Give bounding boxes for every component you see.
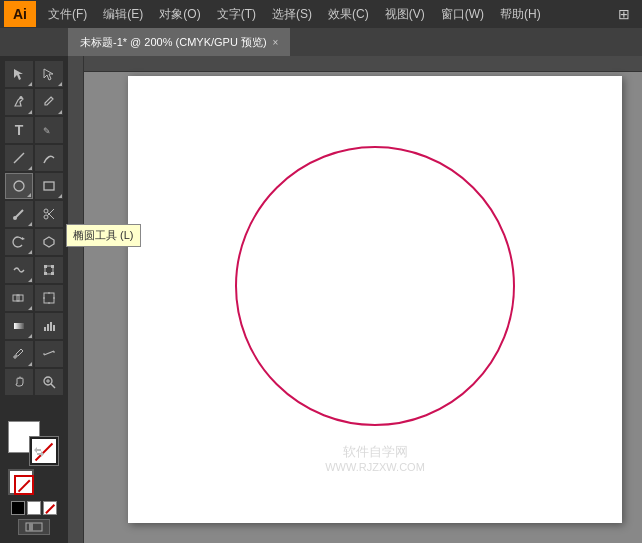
tool-row-line <box>0 145 68 171</box>
svg-rect-12 <box>44 265 47 268</box>
pen-tool[interactable] <box>5 89 33 115</box>
svg-rect-25 <box>47 324 49 331</box>
color-section <box>0 421 68 539</box>
svg-text:✎: ✎ <box>43 126 51 136</box>
svg-rect-35 <box>26 523 42 531</box>
svg-line-32 <box>51 384 55 388</box>
svg-rect-15 <box>51 272 54 275</box>
eyedropper-tool[interactable] <box>5 341 33 367</box>
main-layout: T ✎ <box>0 56 642 543</box>
left-toolbar: T ✎ <box>0 56 68 543</box>
polygon-tool[interactable] <box>35 229 63 255</box>
svg-point-0 <box>20 96 23 99</box>
tool-row-eyedropper <box>0 341 68 367</box>
hand-tool[interactable] <box>5 369 33 395</box>
menu-type[interactable]: 文字(T) <box>209 2 264 27</box>
menu-help[interactable]: 帮助(H) <box>492 2 549 27</box>
menu-edit[interactable]: 编辑(E) <box>95 2 151 27</box>
swap-colors-icon[interactable] <box>32 445 46 459</box>
svg-rect-24 <box>44 327 46 331</box>
menu-view[interactable]: 视图(V) <box>377 2 433 27</box>
artboard-tool[interactable] <box>35 285 63 311</box>
zoom-tool[interactable] <box>35 369 63 395</box>
svg-line-8 <box>48 209 55 216</box>
rectangle-tool[interactable] <box>35 173 63 199</box>
pencil-tool[interactable] <box>35 89 63 115</box>
tool-row-rotate <box>0 229 68 255</box>
artboard[interactable]: 软件自学网 WWW.RJZXW.COM <box>128 76 622 523</box>
active-tab[interactable]: 未标题-1* @ 200% (CMYK/GPU 预览) × <box>68 28 290 56</box>
ai-logo: Ai <box>4 1 36 27</box>
svg-point-5 <box>13 216 17 220</box>
svg-rect-27 <box>53 325 55 331</box>
menu-bar: 文件(F) 编辑(E) 对象(O) 文字(T) 选择(S) 效果(C) 视图(V… <box>40 2 610 27</box>
tool-row-warp <box>0 257 68 283</box>
screen-mode-button[interactable] <box>18 519 50 535</box>
svg-line-9 <box>48 213 55 220</box>
svg-rect-4 <box>44 182 54 190</box>
tab-label: 未标题-1* @ 200% (CMYK/GPU 预览) <box>80 35 267 50</box>
svg-rect-14 <box>44 272 47 275</box>
rotate-tool[interactable] <box>5 229 33 255</box>
tool-row-hand <box>0 369 68 395</box>
svg-line-28 <box>44 351 54 355</box>
svg-rect-13 <box>51 265 54 268</box>
ellipse-tool[interactable] <box>5 173 33 199</box>
watermark: 软件自学网 WWW.RJZXW.COM <box>325 443 425 473</box>
select-tool[interactable] <box>5 61 33 87</box>
type-on-path-tool[interactable]: ✎ <box>35 117 63 143</box>
menu-effects[interactable]: 效果(C) <box>320 2 377 27</box>
grid-icon[interactable]: ⊞ <box>610 2 638 26</box>
measure-tool[interactable] <box>35 341 63 367</box>
small-swatch-row <box>11 501 57 515</box>
white-swatch[interactable] <box>27 501 41 515</box>
svg-marker-10 <box>44 237 54 247</box>
menu-file[interactable]: 文件(F) <box>40 2 95 27</box>
svg-rect-17 <box>17 295 23 301</box>
svg-rect-16 <box>13 295 19 301</box>
none-swatch[interactable] <box>43 501 57 515</box>
tool-row-type: T ✎ <box>0 117 68 143</box>
shape-builder-tool[interactable] <box>5 285 33 311</box>
tool-row-gradient <box>0 313 68 339</box>
ellipse-shape <box>235 146 515 426</box>
left-ruler <box>68 56 84 543</box>
menu-window[interactable]: 窗口(W) <box>433 2 492 27</box>
black-swatch[interactable] <box>11 501 25 515</box>
color-swatches <box>8 421 60 465</box>
free-transform-tool[interactable] <box>35 257 63 283</box>
svg-rect-36 <box>29 523 33 531</box>
top-ruler <box>68 56 642 72</box>
scissors-tool[interactable] <box>35 201 63 227</box>
tool-row-build <box>0 285 68 311</box>
title-bar: Ai 文件(F) 编辑(E) 对象(O) 文字(T) 选择(S) 效果(C) 视… <box>0 0 642 28</box>
warp-tool[interactable] <box>5 257 33 283</box>
direct-select-tool[interactable] <box>35 61 63 87</box>
type-tool[interactable]: T <box>5 117 33 143</box>
svg-point-7 <box>44 209 48 213</box>
svg-line-2 <box>14 153 24 163</box>
tool-row-shape <box>0 173 68 199</box>
svg-rect-23 <box>14 323 24 329</box>
chart-tool[interactable] <box>35 313 63 339</box>
gradient-tool[interactable] <box>5 313 33 339</box>
tab-close-button[interactable]: × <box>273 37 279 48</box>
svg-point-6 <box>44 215 48 219</box>
menu-select[interactable]: 选择(S) <box>264 2 320 27</box>
arc-tool[interactable] <box>35 145 63 171</box>
canvas-area[interactable]: 软件自学网 WWW.RJZXW.COM <box>68 56 642 543</box>
tab-bar: 未标题-1* @ 200% (CMYK/GPU 预览) × <box>0 28 642 56</box>
menu-object[interactable]: 对象(O) <box>151 2 208 27</box>
line-tool[interactable] <box>5 145 33 171</box>
tool-row-brush <box>0 201 68 227</box>
svg-rect-26 <box>50 322 52 331</box>
brush-tool[interactable] <box>5 201 33 227</box>
tool-row-pen <box>0 89 68 115</box>
svg-point-3 <box>14 181 24 191</box>
svg-rect-18 <box>44 293 54 303</box>
tool-row-select <box>0 61 68 87</box>
